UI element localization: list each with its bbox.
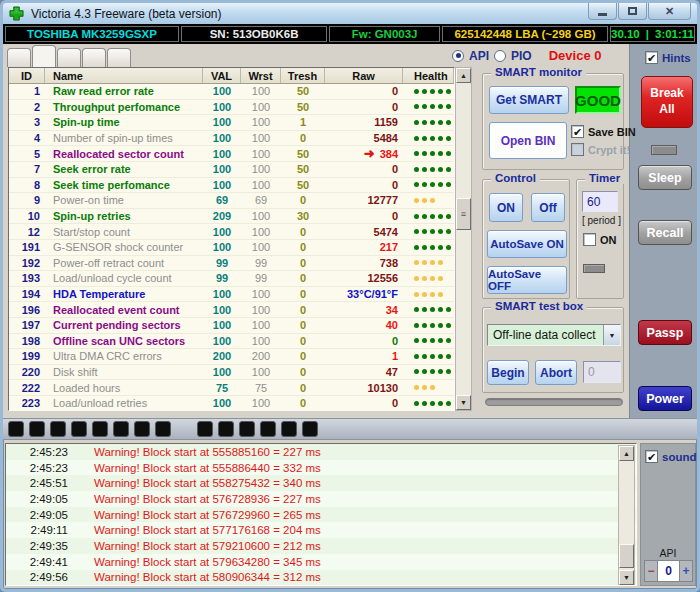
attribute-wrst: 100: [241, 146, 281, 161]
scrollbar-thumb[interactable]: ≡: [456, 198, 471, 230]
table-row[interactable]: 7 Seek error rate 100 100 50 ➜ 0: [9, 162, 454, 178]
table-row[interactable]: 222 Loaded hours 75 75 0 ➜ 10130: [9, 380, 454, 396]
attribute-name: Load/unload cycle count: [45, 271, 203, 286]
table-row[interactable]: 191 G-SENSOR shock counter 100 100 0 ➜ 2…: [9, 240, 454, 256]
maximize-icon: [628, 7, 637, 15]
minimize-button[interactable]: [588, 3, 617, 20]
passp-button[interactable]: Passp: [638, 320, 692, 345]
attribute-name: Throughput perfomance: [45, 100, 203, 115]
error-flag: [239, 421, 255, 437]
autosave-off-button[interactable]: AutoSave OFF: [487, 266, 567, 294]
health-dots: [403, 334, 454, 349]
dropdown-arrow-icon[interactable]: ▼: [603, 325, 620, 345]
health-dots: [403, 256, 454, 271]
crypt-it-checkbox[interactable]: ✔: [571, 143, 584, 156]
up-arrow-icon: ▲: [623, 450, 630, 457]
begin-button[interactable]: Begin: [487, 360, 529, 385]
sleep-button[interactable]: Sleep: [638, 165, 692, 190]
table-row[interactable]: 5 Reallocated sector count 100 100 50 ➜ …: [9, 146, 454, 162]
get-smart-button[interactable]: Get SMART: [489, 86, 569, 114]
activity-led: [651, 145, 677, 155]
table-row[interactable]: 197 Current pending sectors 100 100 0 ➜ …: [9, 318, 454, 334]
hints-toggle[interactable]: ✔ Hints: [645, 51, 691, 64]
attribute-val: 100: [203, 240, 241, 255]
abort-button[interactable]: Abort: [535, 360, 577, 385]
table-row[interactable]: 198 Offline scan UNC sectors 100 100 0 ➜…: [9, 334, 454, 350]
log-timestamp: 2:49:41: [6, 556, 68, 568]
log-timestamp: 2:49:11: [6, 524, 68, 536]
table-row[interactable]: 220 Disk shift 100 100 0 ➜ 47: [9, 365, 454, 381]
close-button[interactable]: ✕: [648, 3, 691, 20]
table-row[interactable]: 10 Spin-up retries 209 100 30 ➜ 0: [9, 209, 454, 225]
table-row[interactable]: 194 HDA Temperature 100 100 0 ➜ 33°C/91°…: [9, 287, 454, 303]
tab[interactable]: [32, 45, 56, 67]
log-scroll-down-button[interactable]: ▼: [619, 570, 634, 585]
red-arrow-icon: ➜: [364, 147, 375, 160]
table-row[interactable]: 8 Seek time perfomance 100 100 50 ➜ 0: [9, 178, 454, 194]
version-and-time: 30.10 | 3:01:11: [610, 26, 695, 42]
table-row[interactable]: 199 Ultra DMA CRC errors 200 200 0 ➜ 1: [9, 349, 454, 365]
sound-toggle[interactable]: ✔ sound: [645, 450, 697, 463]
table-row[interactable]: 193 Load/unload cycle count 99 99 0 ➜ 12…: [9, 271, 454, 287]
attribute-tresh: 0: [281, 302, 325, 317]
event-log[interactable]: 2:45:23 Warning! Block start at 55588516…: [5, 443, 637, 586]
table-row[interactable]: 2 Throughput perfomance 100 100 50 ➜ 0: [9, 100, 454, 116]
smart-off-button[interactable]: Off: [531, 193, 565, 222]
attribute-val: 100: [203, 178, 241, 193]
attribute-tresh: 0: [281, 256, 325, 271]
table-scrollbar[interactable]: ▲ ≡ ▼: [455, 67, 472, 411]
table-row[interactable]: 223 Load/unload retries 100 100 0 ➜ 0: [9, 396, 454, 411]
tab[interactable]: [57, 48, 81, 67]
test-counter-field[interactable]: [583, 361, 621, 383]
table-row[interactable]: 4 Number of spin-up times 100 100 0 ➜ 54…: [9, 131, 454, 147]
scroll-down-button[interactable]: ▼: [456, 395, 471, 410]
maximize-button[interactable]: [618, 3, 647, 20]
timer-period-input[interactable]: [582, 191, 618, 212]
titlebar[interactable]: Victoria 4.3 Freeware (beta version) ✕: [3, 3, 697, 24]
log-scrollbar-thumb[interactable]: [619, 544, 634, 568]
attribute-id: 9: [9, 193, 45, 208]
tab[interactable]: [107, 48, 131, 67]
tab[interactable]: [82, 48, 106, 67]
sound-checkbox[interactable]: ✔: [645, 450, 658, 463]
table-row[interactable]: 192 Power-off retract count 99 99 0 ➜ 73…: [9, 256, 454, 272]
test-select-dropdown[interactable]: Off-line data collect ▼: [487, 324, 621, 346]
open-bin-button[interactable]: Open BIN: [489, 122, 567, 159]
power-button[interactable]: Power: [638, 386, 692, 411]
timer-led: [583, 264, 605, 273]
break-all-button[interactable]: Break All: [641, 76, 693, 128]
api-number-increment-button[interactable]: +: [680, 560, 693, 582]
log-timestamp: 2:49:05: [6, 493, 68, 505]
error-flag: [197, 421, 213, 437]
log-message: Warning! Block start at 579634280 = 345 …: [94, 556, 321, 568]
autosave-on-button[interactable]: AutoSave ON: [487, 230, 567, 258]
attribute-wrst: 100: [241, 302, 281, 317]
table-row[interactable]: 12 Start/stop count 100 100 0 ➜ 5474: [9, 224, 454, 240]
log-scrollbar[interactable]: ▲ ▼: [618, 445, 635, 586]
table-row[interactable]: 3 Spin-up time 100 100 1 ➜ 1159: [9, 115, 454, 131]
smart-on-button[interactable]: ON: [489, 193, 523, 222]
api-number-decrement-button[interactable]: −: [644, 560, 657, 582]
hints-checkbox[interactable]: ✔: [645, 51, 658, 64]
table-row[interactable]: 9 Power-on time 69 69 0 ➜ 12777: [9, 193, 454, 209]
hints-label: Hints: [662, 52, 691, 64]
table-row[interactable]: 196 Reallocated event count 100 100 0 ➜ …: [9, 302, 454, 318]
save-bin-checkbox[interactable]: ✔: [571, 125, 584, 138]
timer-on-checkbox[interactable]: ✔: [583, 233, 596, 246]
down-arrow-icon: ▼: [623, 574, 630, 581]
test-progress-bar: [485, 398, 623, 406]
recall-button[interactable]: Recall: [638, 220, 692, 245]
attribute-tresh: 0: [281, 396, 325, 411]
register-flags-bar: [3, 418, 697, 440]
pio-radio[interactable]: [494, 50, 506, 62]
attribute-tresh: 0: [281, 380, 325, 395]
tab[interactable]: [7, 48, 31, 67]
error-flag: [281, 421, 297, 437]
attribute-raw-cell: ➜ 33°C/91°F: [325, 287, 403, 302]
table-row[interactable]: 1 Raw read error rate 100 100 50 ➜ 0: [9, 84, 454, 100]
table-body: 1 Raw read error rate 100 100 50 ➜ 0 2 T…: [9, 84, 454, 411]
scroll-up-button[interactable]: ▲: [456, 68, 471, 83]
health-dots: [403, 380, 454, 395]
log-scroll-up-button[interactable]: ▲: [619, 446, 634, 461]
api-radio[interactable]: [452, 50, 464, 62]
